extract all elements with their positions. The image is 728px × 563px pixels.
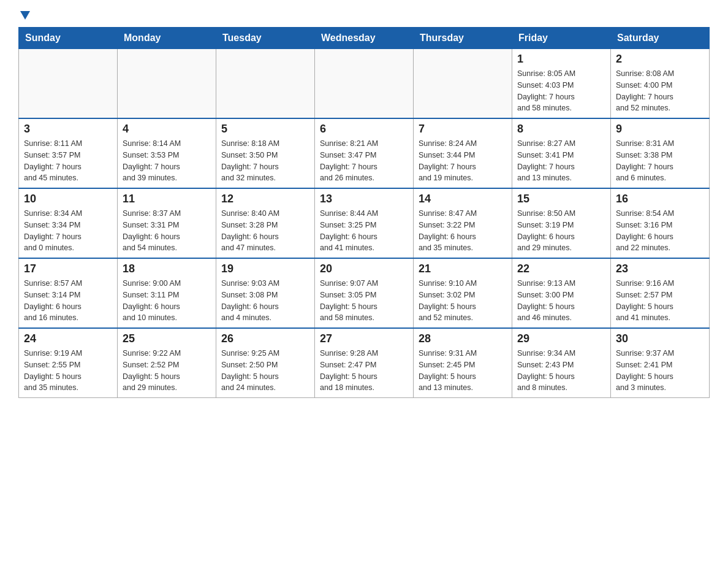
day-info: Sunrise: 8:37 AM Sunset: 3:31 PM Dayligh… <box>123 208 211 254</box>
calendar-day-cell: 15Sunrise: 8:50 AM Sunset: 3:19 PM Dayli… <box>512 188 611 258</box>
calendar-day-cell: 10Sunrise: 8:34 AM Sunset: 3:34 PM Dayli… <box>19 188 118 258</box>
calendar-day-cell: 3Sunrise: 8:11 AM Sunset: 3:57 PM Daylig… <box>19 118 118 188</box>
weekday-header-sunday: Sunday <box>19 28 118 49</box>
day-number: 4 <box>123 123 211 136</box>
day-number: 23 <box>616 262 704 275</box>
day-number: 3 <box>24 123 112 136</box>
calendar-day-cell <box>315 49 414 119</box>
calendar-day-cell <box>19 49 118 119</box>
day-number: 19 <box>221 262 309 275</box>
day-number: 22 <box>517 262 605 275</box>
calendar-day-cell: 24Sunrise: 9:19 AM Sunset: 2:55 PM Dayli… <box>19 328 118 398</box>
day-info: Sunrise: 8:44 AM Sunset: 3:25 PM Dayligh… <box>320 208 408 254</box>
weekday-header-friday: Friday <box>512 28 611 49</box>
calendar-day-cell: 1Sunrise: 8:05 AM Sunset: 4:03 PM Daylig… <box>512 49 611 119</box>
day-number: 5 <box>221 123 309 136</box>
calendar-day-cell: 5Sunrise: 8:18 AM Sunset: 3:50 PM Daylig… <box>216 118 315 188</box>
day-info: Sunrise: 8:05 AM Sunset: 4:03 PM Dayligh… <box>517 68 605 114</box>
logo-triangle-icon <box>20 11 30 20</box>
calendar-week-row: 24Sunrise: 9:19 AM Sunset: 2:55 PM Dayli… <box>19 328 710 398</box>
day-number: 2 <box>616 53 704 66</box>
calendar-day-cell: 17Sunrise: 8:57 AM Sunset: 3:14 PM Dayli… <box>19 258 118 328</box>
day-info: Sunrise: 8:14 AM Sunset: 3:53 PM Dayligh… <box>123 138 211 184</box>
day-info: Sunrise: 9:19 AM Sunset: 2:55 PM Dayligh… <box>24 348 112 394</box>
day-number: 30 <box>616 332 704 345</box>
weekday-header-tuesday: Tuesday <box>216 28 315 49</box>
weekday-header-saturday: Saturday <box>611 28 710 49</box>
calendar-week-row: 10Sunrise: 8:34 AM Sunset: 3:34 PM Dayli… <box>19 188 710 258</box>
day-number: 27 <box>320 332 408 345</box>
calendar-day-cell: 4Sunrise: 8:14 AM Sunset: 3:53 PM Daylig… <box>118 118 216 188</box>
day-number: 26 <box>221 332 309 345</box>
day-number: 15 <box>517 193 605 205</box>
calendar-day-cell: 7Sunrise: 8:24 AM Sunset: 3:44 PM Daylig… <box>414 118 512 188</box>
day-number: 9 <box>616 123 704 136</box>
calendar-day-cell: 30Sunrise: 9:37 AM Sunset: 2:41 PM Dayli… <box>611 328 710 398</box>
calendar-day-cell: 2Sunrise: 8:08 AM Sunset: 4:00 PM Daylig… <box>611 49 710 119</box>
calendar-day-cell: 27Sunrise: 9:28 AM Sunset: 2:47 PM Dayli… <box>315 328 414 398</box>
calendar-day-cell: 18Sunrise: 9:00 AM Sunset: 3:11 PM Dayli… <box>118 258 216 328</box>
day-number: 13 <box>320 193 408 205</box>
calendar-day-cell: 16Sunrise: 8:54 AM Sunset: 3:16 PM Dayli… <box>611 188 710 258</box>
calendar-header-row: SundayMondayTuesdayWednesdayThursdayFrid… <box>19 28 710 49</box>
calendar-day-cell <box>216 49 315 119</box>
calendar-day-cell: 11Sunrise: 8:37 AM Sunset: 3:31 PM Dayli… <box>118 188 216 258</box>
day-number: 29 <box>517 332 605 345</box>
weekday-header-thursday: Thursday <box>414 28 512 49</box>
day-number: 1 <box>517 53 605 66</box>
calendar-day-cell: 23Sunrise: 9:16 AM Sunset: 2:57 PM Dayli… <box>611 258 710 328</box>
weekday-header-monday: Monday <box>118 28 216 49</box>
calendar-day-cell: 20Sunrise: 9:07 AM Sunset: 3:05 PM Dayli… <box>315 258 414 328</box>
calendar-day-cell: 29Sunrise: 9:34 AM Sunset: 2:43 PM Dayli… <box>512 328 611 398</box>
day-number: 28 <box>419 332 507 345</box>
day-info: Sunrise: 8:47 AM Sunset: 3:22 PM Dayligh… <box>419 208 507 254</box>
calendar-day-cell: 6Sunrise: 8:21 AM Sunset: 3:47 PM Daylig… <box>315 118 414 188</box>
calendar-day-cell: 8Sunrise: 8:27 AM Sunset: 3:41 PM Daylig… <box>512 118 611 188</box>
calendar-day-cell: 14Sunrise: 8:47 AM Sunset: 3:22 PM Dayli… <box>414 188 512 258</box>
day-number: 18 <box>123 262 211 275</box>
day-number: 12 <box>221 193 309 205</box>
day-info: Sunrise: 8:54 AM Sunset: 3:16 PM Dayligh… <box>616 208 704 254</box>
day-info: Sunrise: 9:37 AM Sunset: 2:41 PM Dayligh… <box>616 348 704 394</box>
day-number: 24 <box>24 332 112 345</box>
day-number: 7 <box>419 123 507 136</box>
day-info: Sunrise: 8:08 AM Sunset: 4:00 PM Dayligh… <box>616 68 704 114</box>
day-number: 21 <box>419 262 507 275</box>
day-info: Sunrise: 9:22 AM Sunset: 2:52 PM Dayligh… <box>123 348 211 394</box>
calendar-day-cell: 12Sunrise: 8:40 AM Sunset: 3:28 PM Dayli… <box>216 188 315 258</box>
day-number: 17 <box>24 262 112 275</box>
calendar-day-cell: 22Sunrise: 9:13 AM Sunset: 3:00 PM Dayli… <box>512 258 611 328</box>
calendar-day-cell: 28Sunrise: 9:31 AM Sunset: 2:45 PM Dayli… <box>414 328 512 398</box>
day-info: Sunrise: 9:07 AM Sunset: 3:05 PM Dayligh… <box>320 278 408 324</box>
day-number: 20 <box>320 262 408 275</box>
day-number: 6 <box>320 123 408 136</box>
calendar-week-row: 3Sunrise: 8:11 AM Sunset: 3:57 PM Daylig… <box>19 118 710 188</box>
day-number: 10 <box>24 193 112 205</box>
weekday-header-wednesday: Wednesday <box>315 28 414 49</box>
calendar-week-row: 17Sunrise: 8:57 AM Sunset: 3:14 PM Dayli… <box>19 258 710 328</box>
calendar-day-cell: 26Sunrise: 9:25 AM Sunset: 2:50 PM Dayli… <box>216 328 315 398</box>
day-info: Sunrise: 8:31 AM Sunset: 3:38 PM Dayligh… <box>616 138 704 184</box>
calendar-week-row: 1Sunrise: 8:05 AM Sunset: 4:03 PM Daylig… <box>19 49 710 119</box>
day-info: Sunrise: 8:11 AM Sunset: 3:57 PM Dayligh… <box>24 138 112 184</box>
day-number: 11 <box>123 193 211 205</box>
calendar-day-cell: 13Sunrise: 8:44 AM Sunset: 3:25 PM Dayli… <box>315 188 414 258</box>
day-number: 16 <box>616 193 704 205</box>
day-info: Sunrise: 8:18 AM Sunset: 3:50 PM Dayligh… <box>221 138 309 184</box>
calendar-day-cell: 21Sunrise: 9:10 AM Sunset: 3:02 PM Dayli… <box>414 258 512 328</box>
day-info: Sunrise: 9:25 AM Sunset: 2:50 PM Dayligh… <box>221 348 309 394</box>
day-info: Sunrise: 9:13 AM Sunset: 3:00 PM Dayligh… <box>517 278 605 324</box>
day-info: Sunrise: 8:34 AM Sunset: 3:34 PM Dayligh… <box>24 208 112 254</box>
day-number: 8 <box>517 123 605 136</box>
calendar-day-cell <box>414 49 512 119</box>
day-info: Sunrise: 9:10 AM Sunset: 3:02 PM Dayligh… <box>419 278 507 324</box>
day-info: Sunrise: 8:50 AM Sunset: 3:19 PM Dayligh… <box>517 208 605 254</box>
logo <box>18 12 30 21</box>
day-info: Sunrise: 9:34 AM Sunset: 2:43 PM Dayligh… <box>517 348 605 394</box>
day-info: Sunrise: 8:24 AM Sunset: 3:44 PM Dayligh… <box>419 138 507 184</box>
day-info: Sunrise: 9:28 AM Sunset: 2:47 PM Dayligh… <box>320 348 408 394</box>
day-info: Sunrise: 9:00 AM Sunset: 3:11 PM Dayligh… <box>123 278 211 324</box>
calendar-day-cell: 25Sunrise: 9:22 AM Sunset: 2:52 PM Dayli… <box>118 328 216 398</box>
day-info: Sunrise: 8:40 AM Sunset: 3:28 PM Dayligh… <box>221 208 309 254</box>
calendar-day-cell: 19Sunrise: 9:03 AM Sunset: 3:08 PM Dayli… <box>216 258 315 328</box>
